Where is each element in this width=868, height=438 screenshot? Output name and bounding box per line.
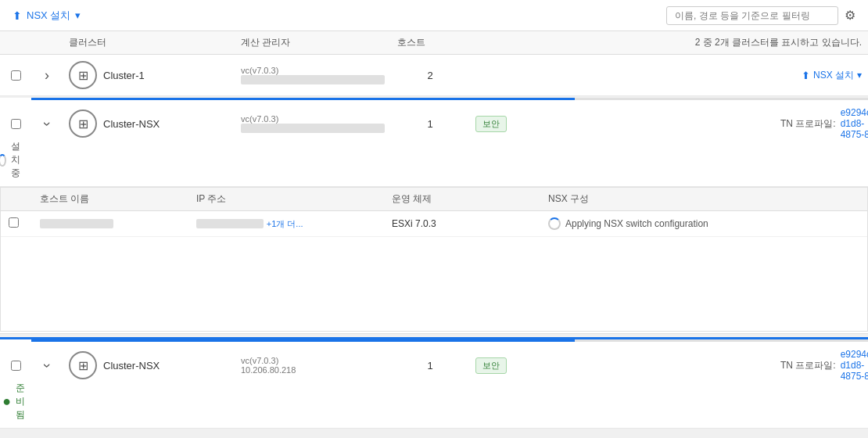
sub-table-header: 호스트 이름 IP 주소 운영 체제 NSX 구성 [1,188,867,211]
cluster-nsx-hosts: 1 [391,118,469,130]
sub-header-os: 운영 체제 [384,192,540,206]
sub-header-hostname: 호스트 이름 [32,192,188,206]
bottom-tn-profile-prefix: TN 프로파일: [780,359,836,372]
progress-bar-bottom [31,339,868,342]
sub-table-empty-space [1,237,867,331]
header-left: ⬆ NSX 설치 ▾ [13,9,81,23]
cluster-1-name-block: Cluster-1 [103,70,145,81]
bottom-cluster-vc-col: vc(v7.0.3) 10.206.80.218 [235,356,391,375]
bottom-cluster-hosts: 1 [391,360,469,372]
nsx-install-header-label: NSX 설치 [27,9,70,23]
sub-table-cluster-nsx: 호스트 이름 IP 주소 운영 체제 NSX 구성 ████████████ █… [0,187,868,332]
bottom-cluster-vc: vc(v7.0.3) [241,356,385,365]
host-spinner [548,217,561,230]
cluster-nsx-security-col: 보안 [469,116,774,132]
host-row-1-name: ████████████ [32,218,188,229]
cluster-1-name-col: ⊞ Cluster-1 [63,61,235,89]
cluster-nsx-row: ⊞ Cluster-NSX vc(v7.0.3) ██████████ 1 보안… [0,98,868,187]
main-container[interactable]: ⬆ NSX 설치 ▾ ⚙ 클러스터 계산 관리자 호스트 2 중 2개 클러스터… [0,0,868,438]
cluster-nsx-vc-col: vc(v7.0.3) ██████████ [235,114,391,133]
table-header: 클러스터 계산 관리자 호스트 2 중 2개 클러스터를 표시하고 있습니다. [0,31,868,55]
ready-label: 준비됨 [16,382,25,422]
cluster-1-checkbox[interactable] [0,70,31,81]
header-hosts-col: 호스트 [391,36,469,49]
cluster-1-checkbox-input[interactable] [11,70,21,81]
bottom-cluster-tn-col: TN 프로파일: e9294c6d-d1d8-4875-8... [774,349,868,382]
host-row-1-check[interactable] [1,217,32,230]
upload-icon: ⬆ [13,9,22,22]
cluster-nsx-checkbox-input[interactable] [11,119,21,129]
cluster-nsx-tn-col: TN 프로파일: e9294c6d-d1d8-4875-8... [774,107,868,140]
tn-profile-link[interactable]: e9294c6d-d1d8-4875-8... [841,107,868,140]
ip-more-link[interactable]: +1개 더... [267,218,303,230]
tn-profile-prefix: TN 프로파일: [780,117,836,131]
bottom-cluster-expand[interactable] [31,357,63,374]
sub-header-ip: IP 주소 [188,192,384,206]
bottom-security-badge: 보안 [475,357,507,374]
nsx-install-label: NSX 설치 [813,69,854,82]
expand-icon-cluster-1[interactable] [45,67,49,84]
upload-icon-btn: ⬆ [802,70,810,81]
cluster-1-vc: vc(v7.0.3) [241,66,385,75]
nsx-install-button-cluster-1[interactable]: ⬆ NSX 설치 ▾ [802,69,862,82]
filter-input[interactable] [666,6,838,25]
host-row-1: ████████████ ███████████ +1개 더... ESXi 7… [1,211,867,237]
cluster-1-icon: ⊞ [69,61,97,89]
installing-badge: 설치 중 [0,140,25,180]
host-row-1-checkbox[interactable] [9,217,19,228]
installing-spinner [0,154,6,167]
cluster-nsx-status-col: 설치 중 [0,140,31,180]
dropdown-arrow: ▾ [75,9,81,21]
cluster-nsx-icon: ⊞ [69,110,97,138]
cluster-nsx-section: ⊞ Cluster-NSX vc(v7.0.3) ██████████ 1 보안… [0,98,868,334]
top-header: ⬆ NSX 설치 ▾ ⚙ [0,0,868,31]
host-row-1-os: ESXi 7.0.3 [384,218,540,229]
bottom-cluster-section: ⊞ Cluster-NSX vc(v7.0.3) 10.206.80.218 1… [0,337,868,429]
cluster-nsx-vc-sub: ██████████ [241,124,385,133]
bottom-cluster-name-block: Cluster-NSX [103,360,160,372]
bottom-tn-profile-link[interactable]: e9294c6d-d1d8-4875-8... [841,349,868,382]
cluster-nsx-expand[interactable] [31,116,63,132]
host-nsx-status-text: Applying NSX switch configuration [565,218,708,229]
header-right: ⚙ [666,6,855,25]
installing-label: 설치 중 [11,140,25,180]
bottom-cluster-name-col: ⊞ Cluster-NSX [63,351,235,379]
cluster-nsx-name-col: ⊞ Cluster-NSX [63,110,235,138]
host-name-masked: ████████████ [40,219,113,228]
cluster-nsx-name-block: Cluster-NSX [103,118,160,130]
cluster-1-name: Cluster-1 [103,70,145,81]
security-badge: 보안 [475,116,507,132]
sub-header-nsx: NSX 구성 [540,192,867,206]
bottom-cluster-vc-sub: 10.206.80.218 [241,365,385,375]
ready-dot: ● [2,393,11,410]
expand-icon-bottom[interactable] [45,357,49,374]
cluster-1-expand[interactable] [31,67,63,84]
host-ip-masked: ███████████ [196,219,264,228]
bottom-cluster-row: ⊞ Cluster-NSX vc(v7.0.3) 10.206.80.218 1… [0,339,868,429]
sub-header-check [1,192,32,206]
ready-badge: ● 준비됨 [2,382,25,422]
bottom-cluster-checkbox[interactable] [0,361,31,371]
cluster-1-row: ⊞ Cluster-1 vc(v7.0.3) ██████████ 2 ⬆ NS… [0,55,868,96]
header-cluster-col: 클러스터 [63,36,235,49]
bottom-cluster-status-col: ● 준비됨 [0,382,31,422]
host-row-1-nsx-status: Applying NSX switch configuration [540,217,867,230]
expand-icon-cluster-nsx[interactable] [45,116,49,132]
header-compute-col: 계산 관리자 [235,36,391,49]
cluster-nsx-vc: vc(v7.0.3) [241,114,385,124]
cluster-1-vc-col: vc(v7.0.3) ██████████ [235,66,391,84]
progress-bar-cluster-nsx [31,98,868,100]
bottom-cluster-name: Cluster-NSX [103,360,160,372]
filter-icon[interactable]: ⚙ [845,8,855,23]
bottom-cluster-icon: ⊞ [69,351,97,379]
nsx-install-dropdown[interactable]: ▾ [857,70,862,81]
cluster-count-info: 2 중 2개 클러스터를 표시하고 있습니다. [469,36,868,49]
cluster-nsx-checkbox[interactable] [0,119,31,129]
cluster-1-hosts: 2 [391,70,469,81]
cluster-1-vc-sub: ██████████ [241,75,385,84]
bottom-cluster-checkbox-input[interactable] [11,361,21,371]
host-row-1-ip: ███████████ +1개 더... [188,218,384,230]
cluster-nsx-name: Cluster-NSX [103,118,160,130]
bottom-cluster-security-col: 보안 [469,357,774,374]
cluster-1-section: ⊞ Cluster-1 vc(v7.0.3) ██████████ 2 ⬆ NS… [0,55,868,98]
